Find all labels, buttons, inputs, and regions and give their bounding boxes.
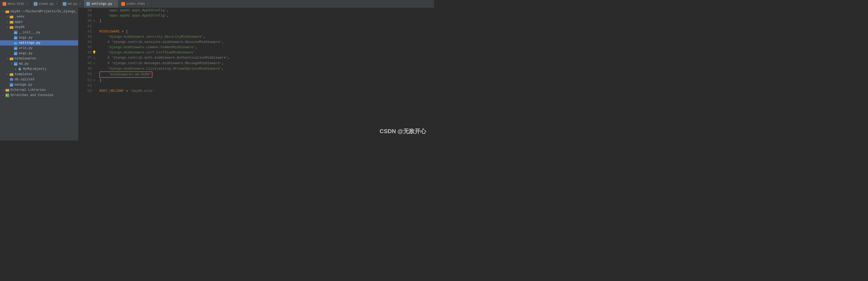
fold-icon[interactable]: ⊟ xyxy=(93,20,95,23)
sidebar-item-scratches[interactable]: ▸⌘Scratches and Consoles xyxy=(0,93,78,98)
line-gutter xyxy=(92,45,97,50)
sidebar-item-day04-folder[interactable]: ▾day04 xyxy=(0,25,78,30)
line-gutter: ⊟ xyxy=(92,78,97,83)
code-editor[interactable]: 38 'apps.app01.apps.App01Config',39 'app… xyxy=(79,8,434,140)
sidebar-item-label: settings.py xyxy=(19,41,40,45)
tab-close[interactable]: × xyxy=(79,2,81,5)
code-content[interactable]: # 'django.contrib.sessions.middleware.Se… xyxy=(97,39,434,45)
sidebar-item-urls-py[interactable]: pyurls.py xyxy=(0,46,78,51)
lightbulb-icon[interactable]: 💡 xyxy=(92,51,96,54)
code-row-43: 43 'django.middleware.security.SecurityM… xyxy=(79,34,434,39)
svg-text:C: C xyxy=(19,68,21,71)
line-number: 38 xyxy=(79,8,92,13)
code-content[interactable]: ROOT_URLCONF = 'day04.urls' xyxy=(97,88,434,94)
svg-rect-1 xyxy=(5,10,7,11)
svg-text:py: py xyxy=(10,84,13,86)
sidebar-item-label: middlewares xyxy=(14,57,36,60)
sidebar-item-init-py[interactable]: py__init__.py xyxy=(0,30,78,35)
sidebar-item-external-libs[interactable]: ▸External Libraries xyxy=(0,87,78,93)
sidebar-item-day04-root[interactable]: ▾day04 ~/PycharmProjects/5x_django_ xyxy=(0,9,78,14)
sidebar-item-middlewares[interactable]: ▾middlewares xyxy=(0,56,78,61)
line-gutter xyxy=(92,66,97,72)
code-content[interactable]: 'django.middleware.common.CommonMiddlewa… xyxy=(97,45,434,50)
tab-views-py[interactable]: views.py× xyxy=(31,0,60,7)
svg-text:py: py xyxy=(14,47,17,50)
tree-arrow: ▸ xyxy=(13,67,18,71)
watermark: CSDN @无敌开心 xyxy=(380,128,426,135)
code-row-46: 46💡 'django.middleware.csrf.CsrfViewMidd… xyxy=(79,50,434,55)
sidebar-item-label: day04 xyxy=(14,25,25,29)
tree-arrow: ▸ xyxy=(1,88,5,91)
tab-close[interactable]: × xyxy=(114,2,116,5)
file-icon-folder xyxy=(5,9,9,13)
code-content[interactable]: ] xyxy=(97,78,434,83)
tab-close[interactable]: × xyxy=(147,2,149,5)
svg-text:py: py xyxy=(14,37,17,39)
code-content[interactable]: MIDDLEWARE = [ xyxy=(97,29,434,34)
sidebar-item-label: db.sqlite3 xyxy=(14,78,34,81)
line-number: 50 xyxy=(79,72,92,78)
tab-close[interactable]: × xyxy=(56,2,57,5)
sidebar-item-templates[interactable]: ▸templates xyxy=(0,72,78,77)
sidebar-item-md-py-side[interactable]: ▾pymd.py xyxy=(0,61,78,66)
line-gutter xyxy=(92,88,97,94)
sidebar-item-manage-py[interactable]: pymanage.py xyxy=(0,82,78,87)
fold-icon[interactable]: ⊟ xyxy=(93,57,95,59)
fold-icon[interactable]: ⊟ xyxy=(93,62,95,65)
sidebar-item-mymd-obj[interactable]: ▸CMyMd(object) xyxy=(0,66,78,72)
tab-menu-html[interactable]: menu.html× xyxy=(0,0,31,7)
code-content[interactable]: 'apps.app02.apps.App02Config', xyxy=(97,13,434,18)
sidebar-item-label: day04 ~/PycharmProjects/5x_django_ xyxy=(10,10,77,13)
line-number: 40 xyxy=(79,18,92,24)
sidebar-item-wsgi-py[interactable]: pywsgi.py xyxy=(0,51,78,56)
tab-index-html[interactable]: index.html× xyxy=(119,0,152,7)
code-content[interactable] xyxy=(97,24,434,29)
sidebar-item-settings-py[interactable]: pysettings.py xyxy=(0,40,78,46)
code-content[interactable]: 'apps.app01.apps.App01Config', xyxy=(97,8,434,13)
line-number: 42 xyxy=(79,29,92,34)
code-content[interactable]: 'django.middleware.clickjacking.XFrameOp… xyxy=(97,66,434,72)
sidebar-item-venv[interactable]: ▸.venv xyxy=(0,14,78,19)
line-number: 52 xyxy=(79,83,92,88)
code-content[interactable]: 'django.middleware.security.SecurityMidd… xyxy=(97,34,434,39)
code-row-44: 44 # 'django.contrib.sessions.middleware… xyxy=(79,39,434,45)
line-number: 47 xyxy=(79,55,92,61)
svg-text:py: py xyxy=(14,31,17,34)
code-row-42: 42MIDDLEWARE = [ xyxy=(79,29,434,34)
code-content[interactable]: 'middlewares.md.MyMd' xyxy=(97,72,434,78)
code-row-41: 41 xyxy=(79,24,434,29)
tab-md-py[interactable]: md.py× xyxy=(60,0,84,7)
line-number: 41 xyxy=(79,24,92,29)
svg-rect-7 xyxy=(10,26,11,27)
tree-arrow: ▾ xyxy=(9,62,13,65)
file-icon-py: py xyxy=(9,83,13,87)
fold-icon[interactable]: ⊟ xyxy=(93,79,95,82)
svg-rect-32 xyxy=(5,89,7,90)
code-row-48: 48⊟ # 'django.contrib.messages.middlewar… xyxy=(79,61,434,66)
code-row-45: 45 'django.middleware.common.CommonMiddl… xyxy=(79,45,434,50)
code-row-38: 38 'apps.app01.apps.App01Config', xyxy=(79,8,434,13)
tab-settings-py[interactable]: settings.py× xyxy=(84,0,118,7)
sidebar-item-label: External Libraries xyxy=(10,88,46,92)
line-gutter xyxy=(92,29,97,34)
tab-icon-py xyxy=(34,2,37,6)
tree-arrow: ▸ xyxy=(5,15,9,18)
tree-arrow: ▸ xyxy=(5,73,9,76)
sidebar-item-asgi-py[interactable]: pyasgi.py xyxy=(0,35,78,40)
code-content[interactable]: # 'django.contrib.messages.middleware.Me… xyxy=(97,61,434,66)
tab-label: menu.html xyxy=(8,2,25,6)
tab-close[interactable]: × xyxy=(27,2,28,5)
sidebar-item-apps[interactable]: ▸apps xyxy=(0,19,78,25)
file-icon-special: ⌘ xyxy=(5,93,9,97)
code-content[interactable]: ] xyxy=(97,18,434,24)
line-number: 44 xyxy=(79,39,92,45)
tab-label: index.html xyxy=(126,2,145,6)
code-content[interactable]: 'django.middleware.csrf.CsrfViewMiddlewa… xyxy=(97,50,434,55)
sidebar-item-db-sqlite3[interactable]: db.sqlite3 xyxy=(0,77,78,82)
sidebar-item-label: Scratches and Consoles xyxy=(10,93,54,97)
code-content[interactable] xyxy=(97,83,434,88)
tab-label: settings.py xyxy=(91,2,112,6)
svg-text:⌘: ⌘ xyxy=(6,94,7,97)
code-content[interactable]: # 'django.contrib.auth.middleware.Authen… xyxy=(97,55,434,61)
tab-label: views.py xyxy=(39,2,54,6)
